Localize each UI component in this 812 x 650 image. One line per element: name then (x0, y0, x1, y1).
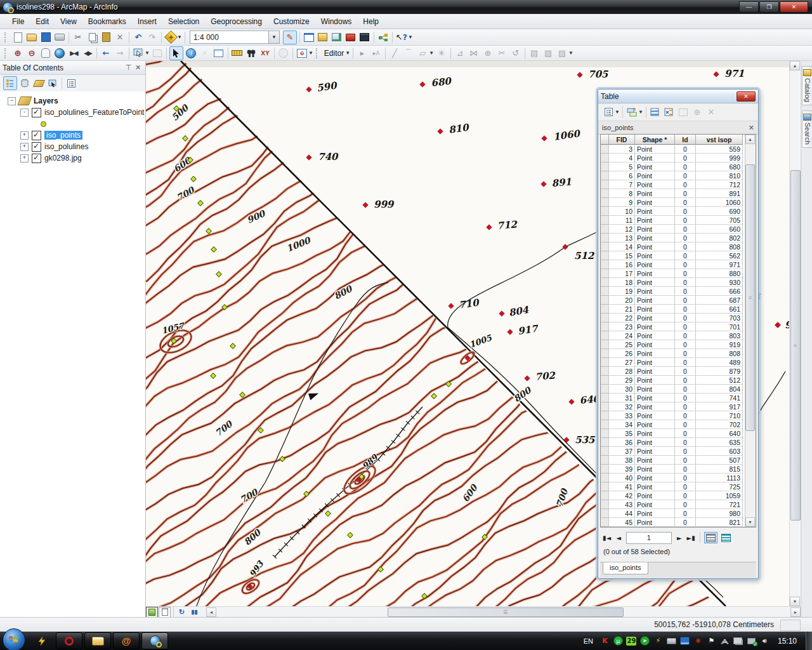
edit-vertices-icon[interactable]: ▨ (556, 47, 568, 60)
layout-view-button[interactable] (159, 607, 171, 618)
layer-label[interactable]: iso_points (44, 131, 82, 140)
table-row[interactable]: 3Point0559 (601, 145, 745, 154)
table-row[interactable]: 16Point0971 (601, 260, 745, 269)
save-icon[interactable] (39, 31, 52, 44)
close-button[interactable]: ✕ (780, 1, 808, 13)
switcher-tray-icon[interactable]: ⚡ (653, 635, 664, 646)
scroll-right-icon[interactable]: ► (790, 607, 801, 617)
add-data-icon[interactable]: + (164, 31, 177, 44)
edit-tool-icon[interactable]: ▸ (356, 47, 369, 60)
printer-tray-icon[interactable] (666, 635, 677, 646)
expander-icon[interactable]: + (20, 154, 29, 162)
table-row[interactable]: 39Point0815 (601, 465, 745, 474)
python-window-icon[interactable] (358, 31, 371, 44)
html-popup-icon[interactable] (213, 47, 225, 60)
volume-tray-icon[interactable]: 🔊︎ (759, 635, 770, 646)
table-window-titlebar[interactable]: Table ✕ (598, 90, 758, 103)
table-row[interactable]: 24Point0803 (601, 331, 745, 340)
layer-visibility-checkbox[interactable] (32, 142, 41, 152)
table-options-caret[interactable]: ▼ (615, 109, 620, 115)
table-row[interactable]: 19Point0666 (601, 287, 745, 296)
menu-edit[interactable]: Edit (30, 15, 55, 28)
related-tables-icon[interactable] (625, 106, 638, 119)
table-row[interactable]: 26Point0808 (601, 349, 745, 358)
table-of-contents-icon[interactable] (303, 31, 315, 44)
menu-view[interactable]: View (55, 15, 82, 28)
viewer-window-icon[interactable]: ⊕ (296, 47, 308, 60)
minimize-button[interactable]: — (739, 1, 759, 13)
table-row[interactable]: 40Point01113 (601, 474, 745, 482)
data-view-button[interactable] (146, 607, 158, 618)
edit-annotation-tool-icon[interactable]: ▸A (370, 47, 383, 60)
clear-selection-icon[interactable] (151, 47, 164, 60)
zoom-in-icon[interactable]: ⊕ (11, 47, 24, 60)
menu-file[interactable]: File (6, 15, 30, 28)
taskbar-opera-button[interactable] (56, 632, 82, 649)
menu-customize[interactable]: Customize (268, 15, 315, 28)
table-row[interactable]: 9Point01060 (601, 198, 745, 207)
toc-close-icon[interactable]: ✕ (133, 63, 143, 72)
table-row[interactable]: 35Point0640 (601, 429, 745, 438)
first-record-icon[interactable]: ▮◄ (603, 534, 611, 541)
list-by-source-icon[interactable] (18, 77, 31, 90)
scroll-left-icon[interactable]: ◄ (206, 607, 216, 617)
table-row[interactable]: 20Point0687 (601, 296, 745, 305)
table-row[interactable]: 7Point0712 (601, 180, 745, 189)
table-row[interactable]: 13Point0802 (601, 234, 745, 242)
catalog-tab[interactable]: Catalog (802, 66, 812, 105)
previous-record-icon[interactable]: ◄ (616, 534, 621, 541)
toolbar-overflow-icon[interactable]: ▼ (308, 50, 313, 56)
construction-caret[interactable]: ▼ (429, 50, 434, 56)
expander-icon[interactable]: + (20, 131, 29, 140)
last-record-icon[interactable]: ►▮ (687, 534, 695, 541)
toc-layers-root[interactable]: −Layers (0, 95, 145, 107)
map-hscroll-thumb[interactable]: ☰ (388, 607, 624, 617)
list-by-drawing-order-icon[interactable] (3, 76, 17, 90)
table-row[interactable]: 8Point0891 (601, 189, 745, 198)
table-scroll-up-icon[interactable]: ▲ (745, 135, 755, 144)
table-header-row[interactable]: FIDShape *Idvst isop (601, 135, 745, 145)
table-row[interactable]: 44Point0980 (601, 509, 745, 518)
table-row[interactable]: 32Point0917 (601, 402, 745, 411)
go-forward-extent-icon[interactable]: → (114, 47, 126, 60)
table-row[interactable]: 10Point0690 (601, 207, 745, 216)
select-elements-icon[interactable] (169, 46, 183, 60)
toc-options-icon[interactable] (65, 77, 77, 90)
table-window-close-button[interactable]: ✕ (737, 91, 756, 102)
table-vertical-scrollbar[interactable]: ▲ ≡ ▼ (745, 135, 756, 527)
language-indicator[interactable]: EN (584, 637, 593, 645)
go-back-extent-icon[interactable]: ← (100, 47, 112, 60)
table-row[interactable]: 27Point0489 (601, 358, 745, 367)
column-header[interactable]: Shape * (635, 135, 675, 145)
restore-button[interactable]: ❐ (759, 1, 779, 13)
map-scale-combo[interactable]: 1:4 000 ▼ (190, 30, 280, 44)
fixed-zoom-in-icon[interactable]: ▶◀ (67, 47, 80, 60)
table-row[interactable]: 15Point0562 (601, 251, 745, 260)
quick-launch-icon[interactable] (37, 636, 47, 646)
layer-visibility-checkbox[interactable] (32, 154, 41, 163)
cut-icon[interactable]: ✂ (72, 31, 84, 44)
toolbar-overflow-icon[interactable]: ▼ (408, 34, 413, 40)
menu-insert[interactable]: Insert (132, 15, 162, 28)
map-horizontal-scrollbar[interactable]: ↻ ▮▮ ◄ ☰ ► (146, 606, 801, 617)
table-row[interactable]: 34Point0702 (601, 420, 745, 429)
show-desktop-button[interactable] (806, 632, 812, 650)
table-row[interactable]: 11Point0705 (601, 216, 745, 225)
map-vertical-scrollbar[interactable]: ▲ ≡ ▼ (789, 61, 800, 606)
create-polygon-icon[interactable]: ▱ (416, 47, 429, 60)
copy-icon[interactable] (86, 31, 98, 44)
related-tables-caret[interactable]: ▼ (638, 109, 643, 115)
list-by-visibility-icon[interactable] (32, 77, 45, 90)
table-vscroll-thumb[interactable]: ≡ (745, 164, 755, 431)
next-record-icon[interactable]: ► (677, 534, 682, 541)
editor-menu-caret[interactable]: ▼ (345, 50, 350, 56)
list-by-selection-icon[interactable] (46, 77, 59, 90)
action-center-flag-icon[interactable]: ⚑ (706, 635, 717, 646)
table-row[interactable]: 17Point0880 (601, 269, 745, 278)
table-row[interactable]: 25Point0919 (601, 340, 745, 349)
find-icon[interactable] (245, 47, 258, 60)
toolbar-overflow-icon[interactable]: ▼ (568, 50, 573, 56)
print-icon[interactable] (53, 31, 66, 44)
table-row[interactable]: 14Point0808 (601, 242, 745, 251)
show-all-records-icon[interactable] (704, 532, 717, 543)
